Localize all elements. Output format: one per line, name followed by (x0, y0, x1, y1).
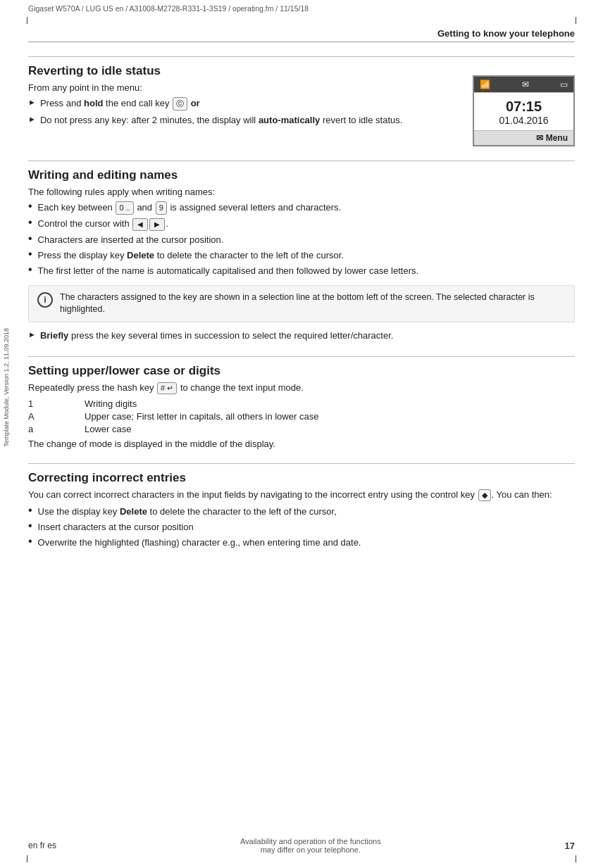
dot-c3: • (28, 536, 32, 547)
hash-key: # ↵ (157, 382, 177, 394)
table-key-2: A (28, 411, 85, 422)
reverting-bullet-2-text: Do not press any key: after 2 minutes, t… (40, 114, 402, 127)
footer-languages: en fr es (28, 841, 56, 850)
menu-label: Menu (546, 133, 568, 143)
phone-time: 07:15 (477, 99, 571, 115)
reverting-bullet-1-text: Press and hold the end call key ⓒ or (40, 97, 200, 111)
correcting-intro: You can correct incorrect characters in … (28, 489, 575, 501)
upper-lower-footer: The change of mode is displayed in the m… (28, 439, 575, 449)
dot-2: • (28, 217, 32, 228)
table-val-2: Upper case; First letter in capitals, al… (85, 411, 318, 422)
briefly-label: Briefly (40, 330, 68, 341)
bold-hold: hold (84, 98, 103, 108)
section-divider-correcting (28, 463, 575, 464)
dot-4: • (28, 249, 32, 260)
writing-arrow-text: Briefly press the key several times in s… (40, 329, 393, 342)
page-header: Gigaset W570A / LUG US en / A31008-M2728… (0, 0, 603, 15)
bottom-marks (0, 855, 603, 862)
table-row-2: A Upper case; First letter in capitals, … (28, 411, 575, 422)
battery-icon: ▭ (560, 80, 568, 89)
footer-center-line1: Availability and operation of the functi… (240, 837, 381, 845)
key-9: 9 (156, 201, 167, 215)
arrow-icon-2: ► (28, 115, 36, 123)
table-val-1: Writing digits (85, 398, 137, 409)
correcting-bullet-2-text: Insert characters at the cursor position (38, 521, 194, 534)
phone-display: 📶 ✉ ▭ 07:15 01.04.2016 ✉ Menu (473, 75, 575, 146)
footer-center-line2: may differ on your telephone. (240, 845, 381, 854)
table-row-3: a Lower case (28, 424, 575, 434)
dot-c2: • (28, 520, 32, 532)
writing-bullet-2-text: Control the cursor with ◀▶. (38, 218, 168, 231)
section-title-writing: Writing and editing names (28, 168, 575, 182)
writing-bullet-3-text: Characters are inserted at the cursor po… (38, 234, 224, 246)
dot-1: • (28, 201, 32, 212)
table-row-1: 1 Writing digits (28, 398, 575, 409)
section-upper-lower: Setting upper/lower case or digits Repea… (28, 356, 575, 449)
writing-bullet-1: • Each key between 0 .. and 9 is assigne… (28, 201, 575, 215)
page-number: 17 (565, 841, 575, 851)
sidebar-text: Template Module, Version 1.2, 11.09.2018 (3, 328, 10, 447)
correcting-bullet-1: • Use the display key Delete to delete t… (28, 505, 575, 518)
message-icon: ✉ (522, 80, 529, 89)
signal-icon: 📶 (480, 80, 490, 89)
section-title-correcting: Correcting incorrect entries (28, 471, 575, 485)
writing-bullet-4-text: Press the display key Delete to delete t… (38, 249, 344, 262)
arrow-icon-3: ► (28, 330, 36, 339)
arrow-icon-1: ► (28, 98, 36, 106)
nav-left-key: ◀ (132, 218, 148, 231)
main-content: Reverting to idle status 📶 ✉ ▭ 07:15 01.… (0, 56, 603, 549)
writing-bullet-5-text: The first letter of the name is automati… (38, 265, 419, 277)
dot-3: • (28, 233, 32, 244)
nav-right-key: ▶ (149, 218, 165, 231)
dot-5: • (28, 264, 32, 275)
upper-lower-table: 1 Writing digits A Upper case; First let… (28, 398, 575, 434)
section-correcting: Correcting incorrect entries You can cor… (28, 463, 575, 550)
key-0: 0 .. (116, 201, 133, 215)
writing-bullet-1-text: Each key between 0 .. and 9 is assigned … (38, 201, 342, 215)
section-reverting: Reverting to idle status 📶 ✉ ▭ 07:15 01.… (28, 56, 575, 146)
header-file-path: Gigaset W570A / LUG US en / A31008-M2728… (28, 4, 309, 13)
correcting-bullet-2: • Insert characters at the cursor positi… (28, 521, 575, 534)
writing-bullet-5: • The first letter of the name is automa… (28, 265, 575, 277)
info-icon: i (37, 292, 53, 308)
reverting-content: 📶 ✉ ▭ 07:15 01.04.2016 ✉ Menu From any p… (28, 82, 575, 146)
correcting-bullet-3-text: Overwrite the highlighted (flashing) cha… (38, 536, 361, 549)
upper-lower-intro: Repeatedly press the hash key # ↵ to cha… (28, 382, 575, 394)
phone-display-menu-bar: ✉ Menu (474, 130, 573, 145)
bottom-mark-left (27, 855, 27, 862)
control-key-icon: ◆ (478, 489, 491, 501)
writing-intro: The following rules apply when writing n… (28, 187, 575, 197)
section-writing: Writing and editing names The following … (28, 161, 575, 342)
title-divider (28, 42, 575, 42)
phone-date: 01.04.2016 (477, 115, 571, 126)
top-mark-left (27, 17, 27, 24)
reverting-bullet-2: ► Do not press any key: after 2 minutes,… (28, 114, 461, 127)
section-title-upper: Setting upper/lower case or digits (28, 364, 575, 378)
sidebar-version: Template Module, Version 1.2, 11.09.2018 (0, 141, 13, 634)
section-divider-writing (28, 161, 575, 161)
or-text: or (191, 98, 200, 108)
dot-c1: • (28, 505, 32, 516)
phone-display-status-bar: 📶 ✉ ▭ (474, 77, 573, 92)
top-marks (0, 17, 603, 24)
delete-label-2: Delete (120, 506, 147, 517)
bottom-mark-right (576, 855, 576, 862)
table-val-3: Lower case (85, 424, 131, 434)
reverting-bullet-1: ► Press and hold the end call key ⓒ or (28, 97, 461, 111)
correcting-bullet-1-text: Use the display key Delete to delete the… (38, 505, 337, 518)
auto-text: auto-matically (259, 115, 320, 125)
top-mark-right (576, 17, 576, 24)
section-divider-upper (28, 356, 575, 357)
delete-label-1: Delete (127, 250, 154, 260)
info-box: i The characters assigned to the key are… (28, 285, 575, 322)
writing-bullet-4: • Press the display key Delete to delete… (28, 249, 575, 262)
writing-arrow-bullet: ► Briefly press the key several times in… (28, 329, 575, 342)
table-key-1: 1 (28, 398, 85, 409)
info-box-text: The characters assigned to the key are s… (60, 291, 566, 316)
footer-center: Availability and operation of the functi… (240, 837, 381, 854)
table-key-3: a (28, 424, 85, 434)
section-divider-reverting (28, 56, 575, 57)
phone-display-time-area: 07:15 01.04.2016 (474, 92, 573, 130)
end-call-key-icon: ⓒ (173, 97, 187, 111)
writing-bullet-3: • Characters are inserted at the cursor … (28, 234, 575, 246)
